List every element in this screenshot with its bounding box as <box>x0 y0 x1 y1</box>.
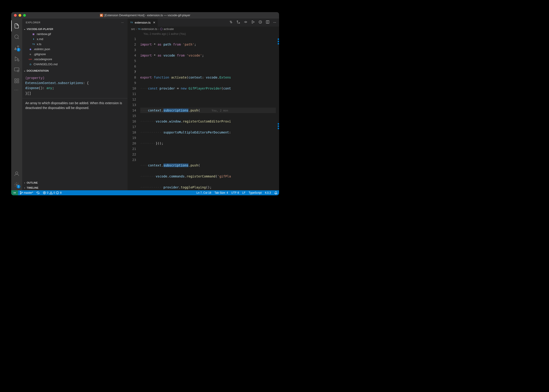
svg-point-14 <box>245 21 246 23</box>
typescript-icon: TS <box>32 42 35 46</box>
app-icon: ⬒ <box>100 14 103 17</box>
sync-icon <box>36 191 40 194</box>
outline-section-header[interactable]: › OUTLINE <box>22 180 127 185</box>
breadcrumb-file[interactable]: TS extension.ts <box>138 27 157 31</box>
history-icon[interactable] <box>258 20 262 25</box>
code-editor[interactable]: 1234567891011121314151617181920212223 im… <box>127 36 279 190</box>
remote-indicator[interactable] <box>11 190 18 195</box>
extensions-activity[interactable] <box>11 75 22 86</box>
file-item[interactable]: ▦ rainbow.gif <box>25 32 127 37</box>
svg-point-17 <box>20 191 21 192</box>
breadcrumb[interactable]: src › TS extension.ts › ⬡ activate <box>127 27 279 32</box>
close-window-button[interactable] <box>14 14 17 17</box>
svg-rect-7 <box>17 79 19 80</box>
minimap[interactable] <box>276 36 279 190</box>
documentation-signature: (property) ExtensionContext.subscription… <box>22 73 127 98</box>
info-icon <box>56 191 59 194</box>
problems-indicator[interactable]: 0 0 8 <box>41 190 63 195</box>
editor-tabs: TS extension.ts ✕ ··· <box>127 19 279 27</box>
titlebar: ⬒ [Extension Development Host] - extensi… <box>11 12 279 19</box>
cursor-position[interactable]: Ln 7, Col 18 <box>195 190 213 195</box>
code-content[interactable]: import·*·as·path·from·'path'; import·*·a… <box>140 36 279 190</box>
minimize-window-button[interactable] <box>19 14 21 17</box>
remote-activity[interactable] <box>11 64 22 75</box>
typescript-icon: TS <box>138 28 141 30</box>
debug-activity[interactable] <box>11 53 22 64</box>
file-name: x.md <box>37 37 43 41</box>
warning-icon <box>49 191 53 194</box>
ellipsis-icon: ··· <box>14 88 19 92</box>
chevron-down-icon: ⌄ <box>23 69 26 72</box>
branch-name: master* <box>24 191 33 194</box>
compare-icon[interactable] <box>229 20 233 25</box>
window-title: ⬒ [Extension Development Host] - extensi… <box>100 14 190 17</box>
file-item[interactable]: npm .vscodeignore <box>25 57 127 62</box>
svg-point-13 <box>239 22 240 23</box>
sidebar-header: EXPLORER ··· <box>22 19 127 27</box>
editor-tab[interactable]: TS extension.ts ✕ <box>127 19 158 27</box>
file-name: .eslintrc.json <box>34 47 50 51</box>
git-branch[interactable]: master* <box>18 190 35 195</box>
eol[interactable]: LF <box>241 190 247 195</box>
accounts-activity[interactable] <box>11 168 22 179</box>
settings-activity[interactable]: 1 <box>11 179 22 190</box>
sidebar-title: EXPLORER <box>26 21 41 24</box>
file-item[interactable]: ◆ .gitignore <box>25 52 127 57</box>
svg-point-10 <box>16 172 18 174</box>
timeline-title: TIMELINE <box>27 186 38 189</box>
outline-title: OUTLINE <box>27 181 38 184</box>
breadcrumb-folder[interactable]: src <box>131 27 135 31</box>
vscode-window: ⬒ [Extension Development Host] - extensi… <box>11 12 279 195</box>
encoding[interactable]: UTF-8 <box>230 190 241 195</box>
split-icon[interactable] <box>266 20 270 25</box>
activity-bar: 2 ··· 1 <box>11 19 22 190</box>
documentation-title: DOCUMENTATION <box>27 69 49 72</box>
git-icon[interactable] <box>236 20 240 25</box>
more-activity[interactable]: ··· <box>11 86 22 94</box>
svg-rect-4 <box>14 68 19 71</box>
breadcrumb-symbol[interactable]: ⬡ activate <box>160 27 174 31</box>
tab-filename: extension.ts <box>135 21 151 24</box>
file-name: .vscodeignore <box>34 57 52 61</box>
file-tree: ▦ rainbow.gif ⬇ x.md TS x.ts ◉ .eslintrc… <box>22 32 127 67</box>
explorer-activity[interactable] <box>11 20 22 31</box>
line-gutter: 1234567891011121314151617181920212223 <box>127 36 140 190</box>
traffic-lights <box>11 14 26 17</box>
file-item[interactable]: ◷ CHANGELOG.md <box>25 62 127 67</box>
timeline-section-header[interactable]: › TIMELINE <box>22 185 127 190</box>
editor-area: TS extension.ts ✕ ··· src › <box>127 19 279 190</box>
documentation-section-header[interactable]: ⌄ DOCUMENTATION <box>22 68 127 73</box>
svg-point-3 <box>18 60 19 61</box>
changelog-icon: ◷ <box>29 63 32 66</box>
search-activity[interactable] <box>11 31 22 42</box>
sync-button[interactable] <box>35 190 41 195</box>
close-tab-button[interactable]: ✕ <box>153 21 155 24</box>
debug-icon <box>14 56 20 62</box>
language-mode[interactable]: TypeScript <box>247 190 263 195</box>
sidebar-more-button[interactable]: ··· <box>121 21 124 24</box>
svg-point-1 <box>17 46 19 47</box>
file-item[interactable]: TS x.ts <box>25 42 127 47</box>
chevron-right-icon: › <box>158 27 159 31</box>
chevron-right-icon: › <box>136 27 137 31</box>
more-icon[interactable]: ··· <box>273 20 276 25</box>
scm-activity[interactable]: 2 <box>11 42 22 53</box>
file-item[interactable]: ⬇ x.md <box>25 37 127 42</box>
sidebar: EXPLORER ··· ⌄ VSCODE-GIF-PLAYER ▦ rainb… <box>22 19 127 190</box>
svg-point-19 <box>21 192 22 193</box>
search-icon <box>14 34 20 40</box>
ts-version[interactable]: 4.0.3 <box>263 190 273 195</box>
project-section-header[interactable]: ⌄ VSCODE-GIF-PLAYER <box>22 27 127 32</box>
file-item[interactable]: ◉ .eslintrc.json <box>25 47 127 52</box>
notifications-button[interactable] <box>273 190 279 195</box>
documentation-description: An array to which disposables can be add… <box>22 98 127 113</box>
file-name: x.ts <box>37 42 42 46</box>
tab-size[interactable]: Tab Size: 4 <box>213 190 230 195</box>
editor-actions: ··· <box>229 19 279 27</box>
file-name: .gitignore <box>34 52 46 56</box>
person-icon <box>14 171 20 176</box>
maximize-window-button[interactable] <box>23 14 26 17</box>
typescript-icon: TS <box>130 21 133 24</box>
commit-icon[interactable] <box>244 20 248 25</box>
run-icon[interactable] <box>251 20 255 25</box>
